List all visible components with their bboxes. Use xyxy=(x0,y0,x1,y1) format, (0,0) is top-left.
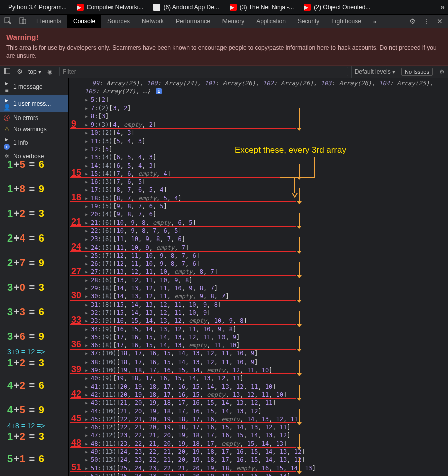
console-row[interactable]: ▸37: (10) [18, 17, 16, 15, 14, 13, 12, 1… xyxy=(85,349,448,358)
tabs-overflow-icon[interactable]: » xyxy=(440,3,445,12)
console-row[interactable]: ▸15: (4) [7, 6, empty, 4] xyxy=(85,170,448,178)
console-row[interactable]: ▸30: (8) [14, 13, 12, 11, empty, 9, 8, 7… xyxy=(85,292,448,300)
device-toggle-icon[interactable] xyxy=(15,17,30,26)
console-row[interactable]: ▸51: (13) [25, 24, 23, 22, 21, 20, 19, 1… xyxy=(85,464,448,472)
console-row[interactable]: ▸48: (11) [23, 22, 21, 20, 19, 18, 17, e… xyxy=(85,440,448,448)
warning-body: This area is for use by developers only.… xyxy=(6,44,442,60)
console-row[interactable]: ▸10: (2) [4, 3] xyxy=(85,129,448,137)
panel-tab-security[interactable]: Security xyxy=(292,15,325,28)
message-icon: ▸ ≡ xyxy=(3,80,10,94)
devtools-toolbar: ElementsConsoleSourcesNetworkPerformance… xyxy=(0,15,448,28)
console-row[interactable]: ▸29: (8) [14, 13, 12, 11, 10, 9, 8, 7] xyxy=(85,284,448,292)
console-row[interactable]: ▸45: (12) [22, 21, 20, 19, 18, 17, 16, e… xyxy=(85,415,448,423)
browser-tab[interactable]: ▶Computer Networki... xyxy=(72,4,149,11)
context-selector[interactable]: top ▾ xyxy=(26,68,43,75)
console-row[interactable]: ▸36: (8) [17, 16, 15, 14, 13, empty, 11,… xyxy=(85,341,448,349)
browser-tab[interactable]: ▶(3) The Net Ninja -... xyxy=(225,4,299,11)
console-row[interactable]: ▸22: (6) [10, 9, 8, 7, 6, 5] xyxy=(85,227,448,235)
panel-tab-console[interactable]: Console xyxy=(67,15,101,28)
console-row[interactable]: ▸50: (13) [24, 23, 22, 21, 20, 19, 18, 1… xyxy=(85,456,448,464)
console-row[interactable]: ▸47: (12) [23, 22, 21, 20, 19, 18, 17, 1… xyxy=(85,431,448,439)
sidebar-row[interactable]: ▸ i1 info xyxy=(0,134,68,151)
inspect-icon[interactable] xyxy=(0,17,15,26)
console-row[interactable]: ▸27: (7) [13, 12, 11, 10, empty, 8, 7] xyxy=(85,268,448,276)
console-settings-icon[interactable]: ⚙ xyxy=(436,68,448,75)
console-row[interactable]: ▸42: (11) [20, 19, 18, 17, 16, 15, empty… xyxy=(85,391,448,399)
panel-tab-lighthouse[interactable]: Lighthouse xyxy=(325,15,367,28)
sidebar-row[interactable]: ▸ ≡1 message xyxy=(0,78,68,95)
console-warning: Warning! This area is for use by develop… xyxy=(0,28,448,66)
panel-tab-performance[interactable]: Performance xyxy=(170,15,216,28)
console-row[interactable]: ▸17: (5) [8, 7, 6, 5, 4] xyxy=(85,186,448,194)
clear-console-icon[interactable]: 🛇 xyxy=(13,68,26,75)
console-row[interactable]: ▸12: [5] xyxy=(85,145,448,153)
console-rows: ▸5: [2]▸7: (2) [3, 2]▸8: [3]▸9: (3) [4, … xyxy=(85,96,448,476)
sidebar-toggle-icon[interactable] xyxy=(0,68,13,75)
issues-button[interactable]: No Issues xyxy=(401,68,433,76)
console-row[interactable]: ▸32: (7) [15, 14, 13, 12, 11, 10, 9] xyxy=(85,309,448,317)
warning-title: Warning! xyxy=(6,32,442,42)
console-row[interactable]: ▸40: (9) [19, 18, 17, 16, 15, 14, 13, 12… xyxy=(85,374,448,382)
console-output: 99: Array(25), 100: Array(24), 101: Arra… xyxy=(69,78,448,476)
panel-tab-application[interactable]: Application xyxy=(250,15,292,28)
console-row[interactable]: ▸19: (5) [9, 8, 7, 6, 5] xyxy=(85,202,448,210)
console-row[interactable]: ▸21: (6) [10, 9, 8, empty, 6, 5] xyxy=(85,219,448,227)
sidebar-row[interactable]: ▸ 👤1 user mess... xyxy=(0,95,68,112)
console-row[interactable]: ▸23: (6) [11, 10, 9, 8, 7, 6] xyxy=(85,235,448,243)
console-row[interactable]: ▸5: [2] xyxy=(85,96,448,104)
console-row[interactable]: ▸26: (7) [12, 11, 10, 9, 8, 7, 6] xyxy=(85,260,448,268)
console-row[interactable]: ▸38: (10) [18, 17, 16, 15, 14, 13, 12, 1… xyxy=(85,358,448,366)
info-icon: ▸ i xyxy=(3,136,10,150)
browser-tab[interactable]: ▶(2) Object Oriented... xyxy=(299,4,375,11)
console-row[interactable]: ▸43: (11) [21, 20, 19, 18, 17, 16, 15, 1… xyxy=(85,399,448,407)
gear-icon[interactable]: ⚙ xyxy=(409,17,416,25)
console-row[interactable]: ▸14: (4) [6, 5, 4, 3] xyxy=(85,162,448,170)
console-row[interactable]: ▸20: (4) [9, 8, 7, 6] xyxy=(85,210,448,218)
equation-annotation: 4+2 = 6 xyxy=(7,380,45,391)
info-badge-icon[interactable]: i xyxy=(156,88,162,94)
console-row[interactable]: ▸39: (10) [19, 18, 17, 16, 15, 14, empty… xyxy=(85,366,448,374)
error-icon: ⓧ xyxy=(3,114,10,123)
equation-annotation: 1+2 = 3 xyxy=(7,431,45,442)
browser-tab[interactable]: (6) Android App De... xyxy=(148,4,224,11)
console-row[interactable]: ▸35: (9) [17, 16, 15, 14, 13, 12, 11, 10… xyxy=(85,333,448,341)
console-row[interactable]: ▸7: (2) [3, 2] xyxy=(85,104,448,112)
tab-label: Computer Networki... xyxy=(87,4,144,11)
console-row[interactable]: ▸9: (3) [4, empty, 2] xyxy=(85,121,448,129)
panel-tabs: ElementsConsoleSourcesNetworkPerformance… xyxy=(30,15,367,28)
eye-icon[interactable]: ◉ xyxy=(43,68,56,75)
console-row[interactable]: ▸46: (12) [22, 21, 20, 19, 18, 17, 16, 1… xyxy=(85,423,448,431)
console-row[interactable]: ▸16: (3) [7, 6, 5] xyxy=(85,178,448,186)
filter-input[interactable] xyxy=(59,67,348,76)
more-icon[interactable]: ⋮ xyxy=(423,17,430,25)
console-row[interactable]: ▸8: [3] xyxy=(85,112,448,121)
console-row[interactable]: ▸44: (10) [21, 20, 19, 18, 17, 16, 15, 1… xyxy=(85,407,448,415)
console-row[interactable]: ▸49: (13) [24, 23, 22, 21, 20, 19, 18, 1… xyxy=(85,448,448,456)
console-row[interactable]: ▸13: (4) [6, 5, 4, 3] xyxy=(85,153,448,161)
panel-tab-elements[interactable]: Elements xyxy=(30,15,67,28)
close-icon[interactable]: ✕ xyxy=(437,17,443,25)
console-row[interactable]: ▸24: (5) [11, 10, 9, empty, 7] xyxy=(85,244,448,252)
console-row[interactable]: ▸18: (5) [8, 7, empty, 5, 4] xyxy=(85,194,448,202)
console-row[interactable]: ▸33: (9) [16, 15, 14, 13, 12, empty, 10,… xyxy=(85,317,448,325)
panel-tab-sources[interactable]: Sources xyxy=(101,15,136,28)
browser-tab[interactable]: Python 3.4 Program... xyxy=(3,4,72,11)
console-row[interactable]: ▸52: (12) [25, 24, 23, 22, 21, 20, 19, 1… xyxy=(85,472,448,476)
panel-overflow-icon[interactable]: » xyxy=(367,18,382,25)
user-message-icon: ▸ 👤 xyxy=(3,97,10,111)
console-row[interactable]: ▸31: (8) [15, 14, 13, 12, 11, 10, 9, 8] xyxy=(85,301,448,309)
equation-note: 4+8 = 12 => xyxy=(7,422,45,430)
sidebar-row[interactable]: ⚠No warnings xyxy=(0,124,68,134)
youtube-icon: ▶ xyxy=(230,4,237,11)
console-row[interactable]: ▸11: (3) [5, 4, 3] xyxy=(85,137,448,145)
console-row[interactable]: ▸28: (6) [13, 12, 11, 10, 9, 8] xyxy=(85,276,448,284)
browser-tabs: Python 3.4 Program...▶Computer Networki.… xyxy=(0,0,448,15)
sidebar-row[interactable]: ⓧNo errors xyxy=(0,112,68,124)
sidebar-label: 1 info xyxy=(13,139,28,146)
console-row[interactable]: ▸41: (11) [20, 19, 18, 17, 16, 15, 14, 1… xyxy=(85,383,448,391)
console-row[interactable]: ▸25: (7) [12, 11, 10, 9, 8, 7, 6] xyxy=(85,252,448,260)
panel-tab-memory[interactable]: Memory xyxy=(216,15,250,28)
panel-tab-network[interactable]: Network xyxy=(136,15,170,28)
levels-dropdown[interactable]: Default levels ▾ xyxy=(351,66,398,78)
console-row[interactable]: ▸34: (9) [16, 15, 14, 13, 12, 11, 10, 9,… xyxy=(85,325,448,333)
